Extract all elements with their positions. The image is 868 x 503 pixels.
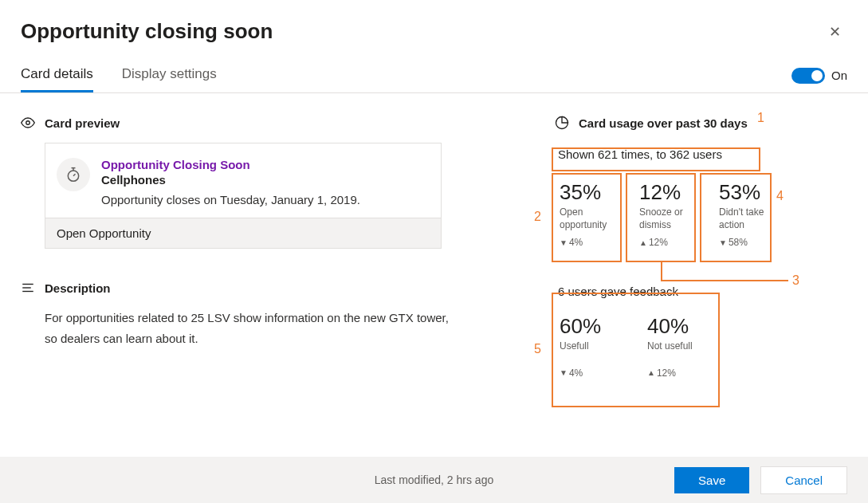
- annotation-box-2: [552, 173, 622, 262]
- tab-card-details[interactable]: Card details: [21, 58, 93, 92]
- toggle-label: On: [831, 69, 847, 82]
- annotation-connector: [661, 262, 662, 280]
- tab-row: Card details Display settings On: [0, 58, 868, 93]
- preview-card-top: Opportunity Closing Soon Cellphones Oppo…: [45, 143, 441, 218]
- usage-heading: Card usage over past 30 days: [555, 116, 834, 130]
- right-column: Card usage over past 30 days Shown 621 t…: [555, 116, 834, 383]
- preview-card-content: Opportunity Closing Soon Cellphones Oppo…: [101, 158, 360, 206]
- annotation-box-1: [552, 147, 760, 171]
- card-preview-heading: Card preview: [21, 116, 467, 130]
- annotation-box-5: [552, 293, 720, 407]
- cancel-button[interactable]: Cancel: [760, 466, 847, 494]
- tabs: Card details Display settings: [21, 58, 217, 92]
- usage-heading-text: Card usage over past 30 days: [579, 116, 748, 130]
- last-modified: Last modified, 2 hrs ago: [375, 474, 493, 486]
- card-preview-heading-text: Card preview: [45, 116, 120, 130]
- callout-2: 2: [534, 210, 541, 224]
- close-icon: ✕: [829, 24, 841, 40]
- callout-1: 1: [757, 111, 764, 125]
- preview-icon: [21, 116, 35, 130]
- close-button[interactable]: ✕: [823, 20, 847, 44]
- preview-title: Opportunity Closing Soon: [101, 158, 360, 171]
- annotation-box-4: [700, 173, 772, 262]
- callout-3: 3: [792, 273, 799, 288]
- preview-subtitle: Cellphones: [101, 173, 360, 187]
- description-text: For opportunities related to 25 LSV show…: [45, 308, 451, 348]
- stopwatch-icon: [57, 158, 90, 191]
- preview-card: Opportunity Closing Soon Cellphones Oppo…: [45, 143, 442, 249]
- annotation-box-3: [626, 173, 696, 262]
- description-heading-text: Description: [45, 281, 111, 295]
- header: Opportunity closing soon ✕: [0, 0, 868, 58]
- chart-icon: [555, 116, 569, 130]
- svg-line-2: [73, 174, 76, 176]
- callout-4: 4: [776, 189, 784, 203]
- page-title: Opportunity closing soon: [21, 19, 273, 44]
- enable-toggle[interactable]: [791, 68, 825, 84]
- footer: Last modified, 2 hrs ago Save Cancel: [0, 457, 868, 503]
- description-icon: [21, 281, 35, 295]
- callout-5: 5: [534, 342, 541, 356]
- content: Card preview Opportunity Closing Soon Ce…: [0, 93, 868, 383]
- annotation-connector: [661, 280, 788, 281]
- svg-point-0: [26, 121, 30, 125]
- open-opportunity-button[interactable]: Open Opportunity: [45, 218, 441, 248]
- toggle-group: On: [791, 68, 847, 84]
- left-column: Card preview Opportunity Closing Soon Ce…: [21, 116, 467, 383]
- tab-display-settings[interactable]: Display settings: [122, 58, 217, 92]
- description-heading: Description: [21, 281, 467, 295]
- preview-body: Opportunity closes on Tuesday, January 1…: [101, 193, 360, 206]
- save-button[interactable]: Save: [674, 467, 749, 493]
